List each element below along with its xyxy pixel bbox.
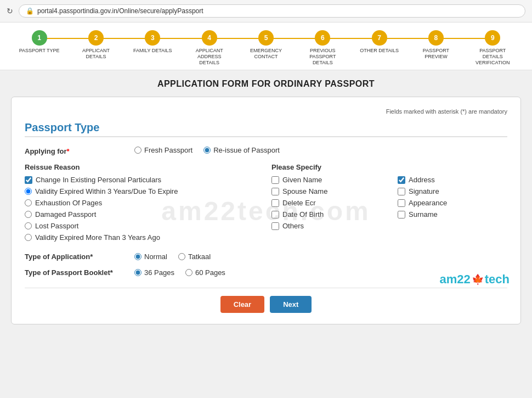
branding-text: am22 xyxy=(439,272,470,287)
surname-checkbox[interactable] xyxy=(398,211,405,218)
60-pages-option[interactable]: 60 Pages xyxy=(185,268,225,277)
step-label-3: FAMILY DETAILS xyxy=(133,48,172,54)
step-8[interactable]: 8 PASSPORT PREVIEW xyxy=(408,30,464,60)
reissue-passport-option[interactable]: Re-issue of Passport xyxy=(203,146,280,154)
step-label-1: PASSPORT TYPE xyxy=(19,48,60,54)
step-3[interactable]: 3 FAMILY DETAILS xyxy=(124,30,181,54)
lost-radio[interactable] xyxy=(25,222,32,229)
form-card: am22tech.com Fields marked with asterisk… xyxy=(11,97,521,324)
validity-3years-label: Validity Expired More Than 3 Years Ago xyxy=(35,233,160,242)
address-bar[interactable]: 🔒 portal4.passportindia.gov.in/Online/se… xyxy=(19,4,525,18)
step-circle-4: 4 xyxy=(202,30,217,46)
section-title: Passport Type xyxy=(25,121,507,134)
reissue-reason-title: Reissue Reason xyxy=(25,163,261,171)
validity-3years-radio[interactable] xyxy=(25,234,32,241)
refresh-icon[interactable]: ↻ xyxy=(7,7,13,15)
step-label-9: PASSPORT DETAILS VERIFICATION xyxy=(471,48,514,65)
please-specify-col: Please Specify Given Name Spouse Name xyxy=(271,163,507,245)
specify-col-2: Address Signature Appearance Surnam xyxy=(398,176,507,233)
specify-signature[interactable]: Signature xyxy=(398,187,507,195)
step-circle-8: 8 xyxy=(428,30,444,46)
lost-label: Lost Passport xyxy=(35,222,79,230)
step-7[interactable]: 7 OTHER DETAILS xyxy=(351,30,408,54)
reissue-reason-exhaustion[interactable]: Exhaustion Of Pages xyxy=(25,199,261,207)
type-of-booklet-options: 36 Pages 60 Pages xyxy=(134,268,225,277)
address-checkbox[interactable] xyxy=(398,176,405,184)
normal-option[interactable]: Normal xyxy=(134,253,167,261)
step-label-8: PASSPORT PREVIEW xyxy=(414,48,458,60)
step-label-4: APPLICANT ADDRESS DETAILS xyxy=(188,48,231,65)
spouse-name-checkbox[interactable] xyxy=(271,188,279,195)
section-divider xyxy=(25,136,507,137)
date-of-birth-label: Date Of Birth xyxy=(282,210,324,218)
step-1[interactable]: 1 PASSPORT TYPE xyxy=(11,30,67,54)
surname-label: Surname xyxy=(409,210,438,218)
normal-radio[interactable] xyxy=(134,253,142,260)
validity-expired-radio[interactable] xyxy=(25,188,32,195)
step-2[interactable]: 2 APPLICANT DETAILS xyxy=(67,30,124,60)
step-9[interactable]: 9 PASSPORT DETAILS VERIFICATION xyxy=(465,30,521,65)
change-personal-checkbox[interactable] xyxy=(25,176,32,184)
fresh-passport-option[interactable]: Fresh Passport xyxy=(134,146,193,154)
specify-surname[interactable]: Surname xyxy=(398,210,507,218)
type-of-application-row: Type of Application* Normal Tatkaal xyxy=(25,253,507,261)
specify-others[interactable]: Others xyxy=(271,222,381,230)
fresh-passport-label: Fresh Passport xyxy=(144,146,193,154)
fresh-passport-radio[interactable] xyxy=(134,147,142,154)
next-button[interactable]: Next xyxy=(270,296,312,313)
mandatory-note: Fields marked with asterisk (*) are mand… xyxy=(25,108,507,115)
signature-label: Signature xyxy=(409,187,439,195)
specify-spouse-name[interactable]: Spouse Name xyxy=(271,187,381,195)
step-4[interactable]: 4 APPLICANT ADDRESS DETAILS xyxy=(181,30,237,65)
36-pages-option[interactable]: 36 Pages xyxy=(134,268,174,277)
given-name-checkbox[interactable] xyxy=(271,176,279,184)
tatkaal-label: Tatkaal xyxy=(188,253,211,261)
appearance-label: Appearance xyxy=(409,199,447,207)
specify-date-of-birth[interactable]: Date Of Birth xyxy=(271,210,381,218)
tatkaal-option[interactable]: Tatkaal xyxy=(178,253,211,261)
reissue-passport-radio[interactable] xyxy=(203,147,211,154)
applying-for-row: Applying for* Fresh Passport Re-issue of… xyxy=(25,146,507,155)
clear-button[interactable]: Clear xyxy=(220,296,265,313)
browser-bar: ↻ 🔒 portal4.passportindia.gov.in/Online/… xyxy=(0,0,532,23)
specify-address[interactable]: Address xyxy=(398,176,507,184)
reissue-reason-change-personal[interactable]: Change In Existing Personal Particulars xyxy=(25,176,261,184)
reissue-reason-validity-expired[interactable]: Validity Expired Within 3 Years/Due To E… xyxy=(25,187,261,195)
step-circle-1: 1 xyxy=(32,30,47,46)
tatkaal-radio[interactable] xyxy=(178,253,185,260)
step-circle-6: 6 xyxy=(315,30,330,46)
signature-checkbox[interactable] xyxy=(398,188,405,195)
36-pages-label: 36 Pages xyxy=(144,268,174,277)
specify-given-name[interactable]: Given Name xyxy=(271,176,381,184)
type-of-application-label: Type of Application* xyxy=(25,253,134,261)
specify-appearance[interactable]: Appearance xyxy=(398,199,507,207)
exhaustion-radio[interactable] xyxy=(25,199,32,206)
please-specify-title: Please Specify xyxy=(271,163,507,171)
steps-container: 1 PASSPORT TYPE 2 APPLICANT DETAILS 3 FA… xyxy=(11,30,521,65)
lock-icon: 🔒 xyxy=(26,7,34,15)
change-personal-label: Change In Existing Personal Particulars xyxy=(36,176,161,184)
reissue-reason-validity-3years[interactable]: Validity Expired More Than 3 Years Ago xyxy=(25,233,261,242)
delete-ecr-checkbox[interactable] xyxy=(271,199,279,207)
appearance-checkbox[interactable] xyxy=(398,199,405,207)
damaged-label: Damaged Passport xyxy=(35,210,96,218)
others-checkbox[interactable] xyxy=(271,222,279,230)
reissue-reason-col: Reissue Reason Change In Existing Person… xyxy=(25,163,261,245)
date-of-birth-checkbox[interactable] xyxy=(271,211,279,218)
damaged-radio[interactable] xyxy=(25,211,32,218)
type-of-booklet-row: Type of Passport Booklet* 36 Pages 60 Pa… xyxy=(25,268,507,277)
specify-delete-ecr[interactable]: Delete Ecr xyxy=(271,199,381,207)
reissue-reason-lost[interactable]: Lost Passport xyxy=(25,222,261,230)
branding-text2: tech xyxy=(485,272,510,287)
reissue-reason-damaged[interactable]: Damaged Passport xyxy=(25,210,261,218)
validity-expired-label: Validity Expired Within 3 Years/Due To E… xyxy=(35,187,178,195)
reissue-passport-label: Re-issue of Passport xyxy=(213,146,280,154)
60-pages-radio[interactable] xyxy=(185,269,193,276)
step-6[interactable]: 6 PREVIOUS PASSPORT DETAILS xyxy=(295,30,351,65)
36-pages-radio[interactable] xyxy=(134,269,142,276)
progress-bar: 1 PASSPORT TYPE 2 APPLICANT DETAILS 3 FA… xyxy=(0,23,532,70)
step-label-5: EMERGENCY CONTACT xyxy=(244,48,288,60)
others-label: Others xyxy=(282,222,304,230)
step-5[interactable]: 5 EMERGENCY CONTACT xyxy=(237,30,294,60)
normal-label: Normal xyxy=(144,253,167,261)
